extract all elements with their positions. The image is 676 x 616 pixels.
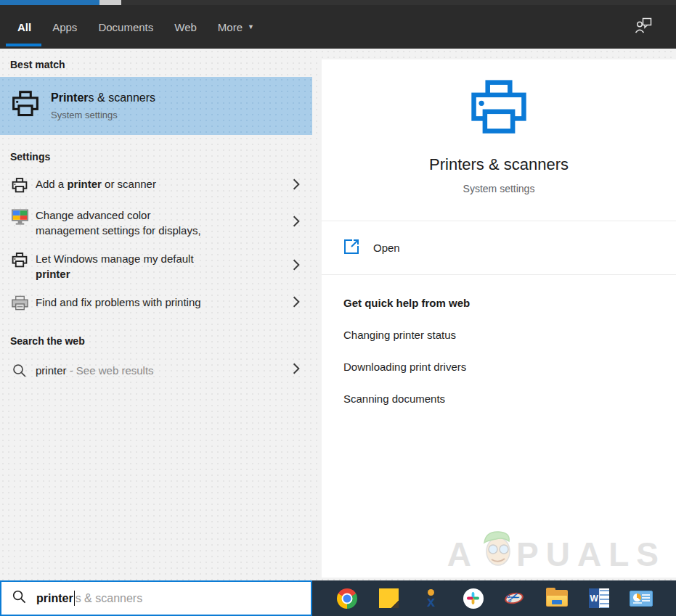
open-label: Open — [373, 242, 400, 254]
windows-search-flyout: All Apps Documents Web More ▼ Best match — [0, 0, 676, 616]
result-let-windows-manage-default-printer[interactable]: Let Windows manage my default printer — [0, 245, 312, 288]
preview-subtitle: System settings — [322, 183, 676, 194]
help-link-scanning-documents[interactable]: Scanning documents — [343, 393, 445, 405]
search-input[interactable]: printers & scanners — [0, 580, 312, 616]
best-match-section-label: Best match — [0, 49, 312, 70]
taskbar-chrome-icon[interactable] — [335, 587, 359, 610]
printers-scanners-icon — [468, 77, 530, 141]
appuals-watermark: A PUALS — [447, 527, 666, 572]
result-web-search-printer[interactable]: printer - See web results — [0, 356, 312, 385]
watermark-mascot-icon — [479, 527, 515, 570]
watermark-text-right: PUALS — [516, 537, 666, 572]
result-label: Change advanced color management setting… — [36, 208, 265, 238]
label-pre: Change advanced color management setting… — [36, 209, 201, 237]
chevron-right-icon — [292, 295, 301, 311]
tab-all-label: All — [17, 21, 31, 33]
background-window-tab — [99, 0, 121, 5]
open-external-icon — [343, 239, 359, 258]
result-change-color-management[interactable]: Change advanced color management setting… — [0, 201, 312, 245]
label-bold: printer — [67, 178, 102, 190]
tab-documents-label: Documents — [98, 21, 153, 33]
search-icon — [10, 364, 29, 378]
taskbar-file-explorer-icon[interactable] — [545, 587, 569, 610]
taskbar-slack-icon[interactable] — [462, 587, 485, 610]
preview-title: Printers & scanners — [322, 155, 676, 174]
result-find-fix-printing-problems[interactable]: Find and fix problems with printing — [0, 288, 312, 318]
taskbar-sticky-notes-icon[interactable] — [378, 587, 401, 610]
open-action[interactable]: Open — [322, 221, 676, 274]
taskbar-contact-card-icon[interactable] — [630, 587, 653, 610]
results-panel: Best match Printers & scanners System se… — [0, 49, 312, 580]
printer-icon — [10, 252, 29, 269]
result-label: printer - See web results — [36, 363, 154, 378]
background-window-bar — [121, 0, 676, 5]
tab-web-label: Web — [174, 21, 197, 33]
result-label: Let Windows manage my default printer — [36, 251, 265, 282]
background-window-strip — [0, 0, 676, 5]
label-pre: Find and fix problems with printing — [36, 296, 201, 308]
background-window-titlebar — [0, 0, 99, 5]
best-match-title-bold: Printer — [51, 91, 89, 104]
taskbar: x ✂ W — [312, 580, 676, 616]
help-link-changing-printer-status[interactable]: Changing printer status — [343, 329, 456, 341]
tab-all[interactable]: All — [17, 5, 31, 49]
preview-pane: Printers & scanners System settings Open… — [322, 59, 676, 578]
taskbar-word-icon[interactable]: W — [587, 587, 611, 610]
chevron-right-icon — [292, 178, 301, 194]
search-results-area: Best match Printers & scanners System se… — [0, 49, 676, 580]
settings-results-list: Add a printer or scanner — [0, 170, 312, 318]
result-add-printer-or-scanner[interactable]: Add a printer or scanner — [0, 170, 312, 201]
best-match-title-rest: s & scanners — [89, 91, 155, 104]
quick-help-header: Get quick help from web — [343, 297, 676, 309]
result-label: Add a printer or scanner — [36, 176, 265, 192]
label-pre: Let Windows manage my default — [36, 252, 194, 265]
label-pre: Add a — [36, 178, 67, 190]
search-icon — [12, 590, 26, 607]
settings-section-label: Settings — [0, 135, 312, 163]
tab-apps[interactable]: Apps — [52, 5, 77, 49]
tab-web[interactable]: Web — [174, 5, 197, 49]
web-query-rest: - See web results — [67, 364, 154, 377]
label-post: or scanner — [102, 178, 156, 190]
search-web-section-label: Search the web — [0, 318, 312, 347]
printer-icon — [11, 89, 40, 123]
taskbar-x-app-icon[interactable]: x — [420, 587, 443, 610]
printer-icon — [10, 177, 29, 194]
tab-documents[interactable]: Documents — [98, 5, 153, 49]
search-inline-suggestion: s & scanners — [76, 592, 142, 605]
text-cursor — [74, 591, 75, 606]
search-header: All Apps Documents Web More ▼ — [0, 5, 676, 49]
help-link-downloading-print-drivers[interactable]: Downloading print drivers — [343, 361, 466, 373]
display-color-management-icon — [10, 208, 29, 226]
divider — [322, 274, 676, 275]
result-label: Find and fix problems with printing — [36, 295, 265, 310]
taskbar-snipping-tool-icon[interactable]: ✂ — [503, 587, 526, 610]
watermark-text-left: A — [447, 537, 479, 572]
chevron-down-icon: ▼ — [248, 23, 254, 30]
web-query: printer — [36, 364, 67, 377]
best-match-result-printers-scanners[interactable]: Printers & scanners System settings — [0, 77, 312, 135]
tab-more-label: More — [218, 21, 243, 33]
best-match-title: Printers & scanners — [51, 91, 155, 104]
feedback-user-icon[interactable] — [635, 16, 653, 38]
search-typed-text: printer — [36, 592, 73, 605]
best-match-subtitle: System settings — [51, 110, 155, 120]
search-filter-tabs: All Apps Documents Web More ▼ — [0, 5, 254, 49]
label-bold: printer — [36, 268, 70, 280]
printer-troubleshoot-icon — [10, 295, 29, 311]
tab-apps-label: Apps — [52, 21, 77, 33]
chevron-right-icon — [292, 215, 301, 231]
chevron-right-icon — [292, 362, 301, 378]
chevron-right-icon — [292, 258, 301, 274]
tab-more[interactable]: More ▼ — [218, 5, 254, 49]
bottom-bar: printers & scanners x ✂ — [0, 580, 676, 616]
